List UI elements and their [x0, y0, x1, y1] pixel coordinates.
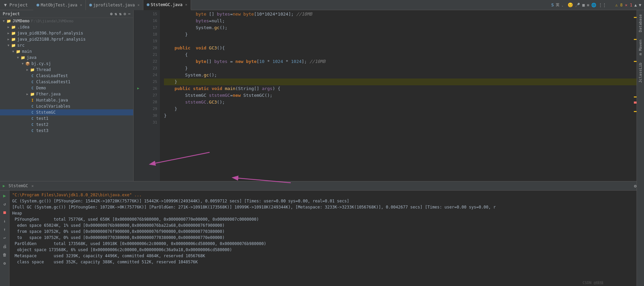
- tree-item-main[interactable]: ▼ 📁 main: [0, 48, 133, 54]
- tree-item-test2[interactable]: ▶ C test2: [0, 122, 133, 128]
- right-stripe: [634, 10, 637, 176]
- sidebar-add-icon[interactable]: ⊕: [110, 12, 113, 16]
- run-toolbar: ▶ ↺ ⏹ ↓ ↑ ↩ 🖨 🗑 ⚙: [0, 191, 9, 286]
- package-icon: 📦: [25, 61, 30, 66]
- gutter-29: [134, 105, 143, 112]
- run-line-to: to space 10752K, 0% used [0x000000077038…: [12, 235, 641, 241]
- tree-item-jvmdemo[interactable]: ▼ 📁 JVMDemo F:\D\jianda\JVMDemo: [0, 18, 133, 24]
- sougou-icon: S: [551, 2, 554, 7]
- label-fther: Fther.java: [36, 92, 61, 96]
- code-line-26: public static void main(String[] args) {: [164, 85, 644, 92]
- tree-item-src[interactable]: ▼ 📁 src: [0, 42, 133, 48]
- run-btn-stop[interactable]: ⏹: [1, 209, 8, 216]
- sidebar-sync-icon[interactable]: ⇅: [115, 12, 117, 16]
- tree-item-demo[interactable]: ▶ C Demo: [0, 85, 133, 91]
- run-panel-wrapper: ▶ StstemGC ✕ ⚙ − ▶ ↺ ⏹ ↓ ↑ ↩ 🖨 🗑 ⚙: [0, 181, 644, 286]
- run-btn-rerun[interactable]: ↺: [1, 200, 8, 208]
- jvmdemo-path: F:\D\jianda\JVMDemo: [31, 19, 74, 23]
- tree-item-localvariables[interactable]: ▶ C LocalVariables: [0, 103, 133, 109]
- code-line-18: }: [164, 31, 644, 38]
- sidebar-sort-icon[interactable]: ⇅: [119, 12, 121, 16]
- run-btn-down[interactable]: ↓: [1, 217, 8, 225]
- main-layout: Project ⊕ ⇅ ⇅ ⚙ − ▼ 📁 JVMDemo F:\D\jiand…: [0, 10, 644, 286]
- folder-icon-pid8396: 📁: [11, 30, 16, 36]
- run-settings-icon[interactable]: ⚙: [634, 183, 637, 189]
- tree-item-pid8396[interactable]: ▶ 📁 java_pid8396.hprof.analysis: [0, 30, 133, 36]
- lang-switch[interactable]: 英: [556, 2, 559, 7]
- label-huntable: Huntable.java: [36, 98, 68, 103]
- gutter-31: [134, 118, 143, 125]
- stripe-err: [634, 102, 637, 104]
- tree-item-fther[interactable]: ▶ 📁 Fther.java: [0, 91, 133, 97]
- run-btn-up[interactable]: ↑: [1, 226, 8, 233]
- tab-close-3[interactable]: ✕: [185, 3, 187, 6]
- run-btn-settings2[interactable]: ⚙: [1, 260, 8, 267]
- gutter-26-run[interactable]: ▶: [134, 85, 143, 91]
- sidebar-header: Project ⊕ ⇅ ⇅ ⚙ −: [0, 10, 133, 18]
- label-main: main: [22, 49, 32, 54]
- sidebar-minimize-icon[interactable]: −: [128, 12, 130, 16]
- linenum-16: 16: [143, 18, 157, 24]
- up-arrow[interactable]: ▲: [635, 3, 637, 7]
- tree-item-idea[interactable]: ▶ 📁 .idea: [0, 24, 133, 30]
- label-src: src: [17, 43, 25, 48]
- project-dropdown[interactable]: ▼ Project: [3, 2, 29, 8]
- linenum-29: 29: [143, 106, 157, 112]
- gutter-19: [134, 37, 143, 44]
- tree-item-java[interactable]: ▼ 📁 java: [0, 54, 133, 61]
- tree-item-test3[interactable]: ▶ C test3: [0, 128, 133, 134]
- tree-item-thread[interactable]: ▶ 📁 Thread: [0, 67, 133, 73]
- align-icon[interactable]: ≡: [587, 3, 589, 7]
- tab-jprofiletest[interactable]: jprofiletest.java ✕: [86, 0, 143, 10]
- tab-label-2: jprofiletest.java: [93, 3, 135, 7]
- tree-item-test1[interactable]: ▶ C test1: [0, 115, 133, 122]
- run-btn-clear[interactable]: 🗑: [1, 251, 8, 259]
- gutter-18: [134, 30, 143, 37]
- gutter-28: [134, 98, 143, 105]
- right-tab-jclasslib[interactable]: JclassLib: [638, 61, 643, 84]
- network-icon[interactable]: 🌐: [591, 3, 596, 7]
- code-line-30: }: [164, 112, 644, 119]
- punctuation-icon[interactable]: 、: [562, 2, 566, 8]
- sidebar-settings-icon[interactable]: ⚙: [124, 12, 126, 16]
- run-line-ps: PSYoungGen total 75776K, used 650K [0x00…: [12, 216, 641, 222]
- run-tab-close[interactable]: ✕: [31, 184, 34, 188]
- tree-item-classloadtest1[interactable]: ▶ C ClassLoadtest1: [0, 79, 133, 85]
- tab-sstemgc[interactable]: StstemGC.java ✕: [143, 0, 191, 10]
- tree-item-pid23188[interactable]: ▶ 📁 java_pid23188.hprof.analysis: [0, 36, 133, 42]
- linenum-28: 28: [143, 99, 157, 106]
- tab-label-3: StstemGC.java: [151, 2, 183, 7]
- code-line-27: StstemGC ststemGC=new StstemGC();: [164, 92, 644, 99]
- tab-close-1[interactable]: ✕: [80, 3, 82, 7]
- table-icon[interactable]: ▦: [582, 3, 585, 7]
- label-pid23188: java_pid23188.hprof.analysis: [17, 37, 86, 42]
- code-view[interactable]: ▶ 15 16 17 18 19 20 21 22 23 24 25 26: [134, 10, 644, 181]
- tab-close-2[interactable]: ✕: [138, 3, 140, 7]
- right-tab-database[interactable]: Database: [638, 13, 643, 34]
- warning-icon: ⚠: [615, 3, 618, 7]
- mic-icon[interactable]: 🎤: [575, 3, 580, 7]
- tree-item-huntable[interactable]: ▶ I Huntable.java: [0, 97, 133, 103]
- label-pid8396: java_pid8396.hprof.analysis: [17, 31, 83, 36]
- tree-item-sstemgc[interactable]: ▶ C StstemGC: [0, 109, 133, 115]
- code-content[interactable]: byte [] bytes=new byte[10*1024*1024]; //…: [160, 10, 644, 181]
- run-tab-label[interactable]: StstemGC: [8, 183, 28, 188]
- apps-icon[interactable]: ⋮⋮: [598, 3, 606, 7]
- stripe-2: [634, 39, 637, 40]
- right-tab-maven[interactable]: m Maven: [638, 38, 643, 57]
- tree-item-package[interactable]: ▼ 📦 bj.cy.sj: [0, 61, 133, 67]
- code-line-16: bytes=null;: [164, 18, 644, 24]
- run-btn-wrap[interactable]: ↩: [1, 234, 8, 242]
- label-sstemgc: StstemGC: [36, 110, 56, 115]
- emoji-icon[interactable]: 😊: [568, 2, 573, 7]
- linenum-23: 23: [143, 65, 157, 72]
- folder-icon-jvmdemo: 📁: [6, 18, 11, 24]
- run-output[interactable]: "C:\Program Files\Java\jdk1.8.0_202\bin\…: [9, 191, 644, 286]
- down-arrow[interactable]: ▼: [639, 3, 641, 7]
- tab-matobjtest[interactable]: MatObjTest.java ✕: [33, 0, 86, 10]
- tree-item-classloadtest[interactable]: ▶ C ClassLoadTest: [0, 73, 133, 79]
- run-panel-body: ▶ ↺ ⏹ ↓ ↑ ↩ 🖨 🗑 ⚙ "C:\Program Files\Java…: [0, 191, 644, 286]
- gutter-21: [134, 51, 143, 58]
- run-btn-print[interactable]: 🖨: [1, 243, 8, 250]
- run-btn-play[interactable]: ▶: [1, 192, 8, 199]
